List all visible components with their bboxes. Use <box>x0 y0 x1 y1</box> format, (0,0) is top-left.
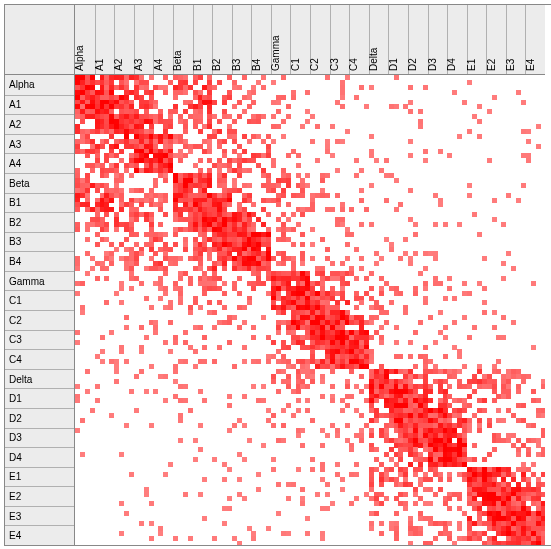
row-header-label: C2 <box>9 315 22 326</box>
row-header-label: Alpha <box>9 79 35 90</box>
column-header-label: A2 <box>113 59 124 71</box>
column-header: C3 <box>330 5 350 74</box>
column-header: A4 <box>153 5 173 74</box>
column-header-label: E4 <box>525 59 536 71</box>
row-header-label: E3 <box>9 511 21 522</box>
row-header: D3 <box>5 428 74 448</box>
row-header: Delta <box>5 369 74 389</box>
row-header-label: Delta <box>9 374 32 385</box>
column-header: Alpha <box>75 5 95 74</box>
column-header-label: Alpha <box>74 45 85 71</box>
column-header-label: B2 <box>211 59 222 71</box>
column-header: A3 <box>134 5 154 74</box>
column-header: C2 <box>310 5 330 74</box>
row-header: Beta <box>5 173 74 193</box>
corner-cell <box>5 5 75 75</box>
column-header-label: D4 <box>446 58 457 71</box>
column-header: A1 <box>95 5 115 74</box>
row-header-label: Beta <box>9 178 30 189</box>
column-header-label: C2 <box>309 58 320 71</box>
column-header: B2 <box>212 5 232 74</box>
row-header: B4 <box>5 251 74 271</box>
row-header-label: Gamma <box>9 276 45 287</box>
column-header: B1 <box>193 5 213 74</box>
row-header: D2 <box>5 408 74 428</box>
column-header: C4 <box>349 5 369 74</box>
column-header: B3 <box>232 5 252 74</box>
row-header: A2 <box>5 114 74 134</box>
row-header: A3 <box>5 134 74 154</box>
row-header-label: A2 <box>9 119 21 130</box>
column-header-label: A3 <box>133 59 144 71</box>
column-header-label: E2 <box>486 59 497 71</box>
row-header-label: A1 <box>9 99 21 110</box>
row-header: E4 <box>5 525 74 545</box>
column-header: Gamma <box>271 5 291 74</box>
row-header: C2 <box>5 310 74 330</box>
row-header-label: A3 <box>9 139 21 150</box>
column-header: Delta <box>369 5 389 74</box>
column-header-label: C3 <box>329 58 340 71</box>
row-header: A1 <box>5 95 74 115</box>
row-header-label: C1 <box>9 295 22 306</box>
row-header: D4 <box>5 447 74 467</box>
row-header: B3 <box>5 232 74 252</box>
row-header: B1 <box>5 193 74 213</box>
row-header-label: E4 <box>9 530 21 541</box>
column-header-label: E1 <box>466 59 477 71</box>
column-header-label: D3 <box>427 58 438 71</box>
row-header: Gamma <box>5 271 74 291</box>
column-header: E3 <box>506 5 526 74</box>
column-header: A2 <box>114 5 134 74</box>
row-header: D1 <box>5 388 74 408</box>
correlation-matrix: AlphaA1A2A3A4BetaB1B2B3B4GammaC1C2C3C4De… <box>4 4 551 546</box>
column-header-label: C1 <box>290 58 301 71</box>
row-header-label: D2 <box>9 413 22 424</box>
column-header-label: B3 <box>231 59 242 71</box>
column-header: B4 <box>251 5 271 74</box>
row-header-label: D1 <box>9 393 22 404</box>
row-header: C4 <box>5 349 74 369</box>
column-header: D3 <box>428 5 448 74</box>
row-header: A4 <box>5 153 74 173</box>
column-header: D2 <box>408 5 428 74</box>
row-header: C3 <box>5 330 74 350</box>
row-header-label: B2 <box>9 217 21 228</box>
column-header-label: B1 <box>192 59 203 71</box>
column-header-label: A4 <box>153 59 164 71</box>
row-header-label: B1 <box>9 197 21 208</box>
row-header: Alpha <box>5 75 74 95</box>
row-header-label: E2 <box>9 491 21 502</box>
row-header-label: D3 <box>9 432 22 443</box>
column-header-label: B4 <box>251 59 262 71</box>
column-header-label: Gamma <box>270 35 281 71</box>
row-header-label: C4 <box>9 354 22 365</box>
row-headers: AlphaA1A2A3A4BetaB1B2B3B4GammaC1C2C3C4De… <box>5 75 75 545</box>
column-header-label: A1 <box>94 59 105 71</box>
heatmap-body <box>75 75 545 545</box>
row-header: E3 <box>5 506 74 526</box>
column-header: E1 <box>467 5 487 74</box>
row-header-label: A4 <box>9 158 21 169</box>
column-header-label: D1 <box>388 58 399 71</box>
column-header-label: Beta <box>172 50 183 71</box>
column-headers: AlphaA1A2A3A4BetaB1B2B3B4GammaC1C2C3C4De… <box>75 5 545 75</box>
column-header-label: C4 <box>348 58 359 71</box>
row-header: E1 <box>5 467 74 487</box>
row-header-label: D4 <box>9 452 22 463</box>
column-header-label: E3 <box>505 59 516 71</box>
row-header: C1 <box>5 290 74 310</box>
row-header-label: E1 <box>9 471 21 482</box>
column-header: D4 <box>447 5 467 74</box>
row-header: E2 <box>5 486 74 506</box>
row-header: B2 <box>5 212 74 232</box>
row-header-label: B3 <box>9 236 21 247</box>
column-header: D1 <box>388 5 408 74</box>
column-header: E4 <box>525 5 545 74</box>
column-header-label: Delta <box>368 48 379 71</box>
column-header: Beta <box>173 5 193 74</box>
column-header: E2 <box>486 5 506 74</box>
column-header-label: D2 <box>407 58 418 71</box>
row-header-label: B4 <box>9 256 21 267</box>
column-header: C1 <box>290 5 310 74</box>
